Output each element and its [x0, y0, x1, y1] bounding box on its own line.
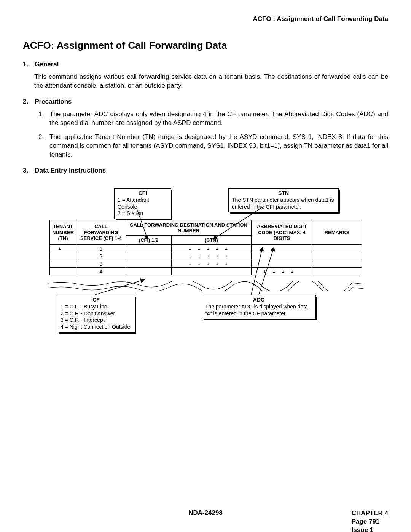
callout-stn: STN The STN parameter appears when data1…	[228, 188, 339, 213]
th-adc: ABBREVIATED DIGIT CODE (ADC) MAX. 4 DIGI…	[252, 220, 312, 245]
th-remarks: REMARKS	[312, 220, 362, 245]
table-row: 2 ⊥⊥⊥⊥⊥	[50, 252, 362, 260]
callout-cfi-title: CFI	[118, 190, 168, 197]
table-row: ⊥ 1 ⊥⊥⊥⊥⊥	[50, 245, 362, 252]
callout-cfi-line: 1 = Attendant Console	[118, 197, 168, 210]
table-row: 4 ⊥⊥⊥⊥	[50, 268, 362, 275]
callout-stn-title: STN	[232, 190, 335, 197]
cell-stn: ⊥⊥⊥⊥⊥	[172, 252, 252, 260]
callout-cf-line: 4 = Night Connection Outside	[61, 324, 132, 331]
callout-cf: CF 1 = C.F. - Busy Line 2 = C.F. - Don't…	[57, 295, 135, 333]
page-container: ACFO : Assignment of Call Forwarding Dat…	[0, 0, 411, 532]
section-general-heading: 1. General	[23, 61, 388, 68]
callout-adc: ADC The parameter ADC is displayed when …	[202, 295, 316, 320]
callout-stn-line: The STN parameter appears when data1 is …	[232, 197, 335, 210]
section-dataentry-heading: 3. Data Entry Instructions	[23, 167, 388, 174]
parameter-table: TENANT NUMBER (TN) CALL FORWARDING SERVI…	[49, 220, 362, 276]
cell-adc: ⊥⊥⊥⊥	[252, 268, 312, 275]
cell-cfi	[126, 245, 172, 252]
th-cfi: (CFI) 1/2	[126, 235, 172, 245]
cell-remarks	[312, 245, 362, 252]
svg-line-4	[95, 280, 145, 295]
cell-tn	[50, 260, 76, 268]
cell-cfi	[126, 268, 172, 275]
th-tn: TENANT NUMBER (TN)	[50, 220, 76, 245]
cell-adc	[252, 252, 312, 260]
cell-cf: 2	[76, 252, 126, 260]
precaution-item: The applicable Tenant Number (TN) range …	[46, 133, 388, 159]
cell-remarks	[312, 268, 362, 275]
cell-adc	[252, 260, 312, 268]
cell-cf: 4	[76, 268, 126, 275]
cell-adc	[252, 245, 312, 252]
th-cf: CALL FORWARDING SERVICE (CF) 1-4	[76, 220, 126, 245]
table-row: 3 ⊥⊥⊥⊥⊥	[50, 260, 362, 268]
callout-cfi-line: 2 = Station	[118, 210, 168, 217]
th-stn: (STN)	[172, 235, 252, 245]
footer-doc-number: NDA-24298	[23, 509, 388, 517]
footer-issue: Issue 1	[352, 526, 388, 532]
callout-cf-line: 2 = C.F. - Don't Answer	[61, 310, 132, 317]
running-header: ACFO : Assignment of Call Forwarding Dat…	[23, 15, 388, 23]
data-entry-diagram: CFI 1 = Attendant Console 2 = Station ST…	[49, 188, 362, 333]
cell-cfi	[126, 260, 172, 268]
callout-cfi: CFI 1 = Attendant Console 2 = Station	[114, 188, 171, 219]
precautions-list: The parameter ADC displays only when des…	[23, 110, 388, 159]
cell-tn: ⊥	[50, 245, 76, 252]
cell-tn	[50, 252, 76, 260]
cell-stn: ⊥⊥⊥⊥⊥	[172, 245, 252, 252]
cell-cf: 3	[76, 260, 126, 268]
cell-remarks	[312, 260, 362, 268]
cell-remarks	[312, 252, 362, 260]
cell-cfi	[126, 252, 172, 260]
cell-cf: 1	[76, 245, 126, 252]
precaution-item: The parameter ADC displays only when des…	[46, 110, 388, 128]
page-title: ACFO: Assignment of Call Forwarding Data	[23, 40, 388, 51]
callout-cf-line: 1 = C.F. - Busy Line	[61, 304, 132, 310]
callout-adc-line: The parameter ADC is displayed when data…	[205, 304, 312, 317]
cell-tn	[50, 268, 76, 275]
torn-edge-icon	[48, 281, 363, 291]
callout-cf-title: CF	[61, 297, 132, 304]
section-precautions-heading: 2. Precautions	[23, 98, 388, 105]
section-general-body: This command assigns various call forwar…	[34, 73, 388, 90]
callout-adc-title: ADC	[205, 297, 312, 304]
cell-stn: ⊥⊥⊥⊥⊥	[172, 260, 252, 268]
footer-page: Page 791	[352, 518, 388, 526]
footer-chapter: CHAPTER 4	[352, 509, 388, 518]
callout-cf-line: 3 = C.F. - Intercept	[61, 317, 132, 324]
th-dest-group: CALL FORWARDING DESTINATION AND STATION …	[126, 220, 252, 235]
cell-stn	[172, 268, 252, 275]
